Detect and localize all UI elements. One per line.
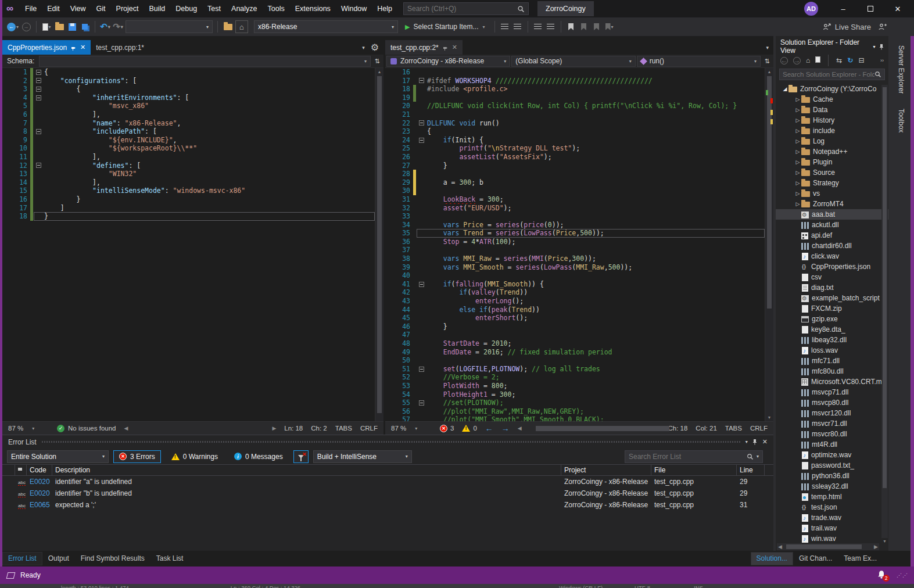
schema-combo[interactable]: ▾ [39,56,371,67]
code-line-42[interactable]: 42 if(valley(Trend)) [385,288,765,297]
platform-combo[interactable]: x86-Release▾ [254,20,398,33]
tree-item-vs[interactable]: ▷vs [776,188,888,199]
error-code-link[interactable]: E0065 [27,501,52,509]
health-indicator[interactable]: ✓No issues found [57,425,116,432]
bottom-tab-error-list[interactable]: Error List [2,552,42,565]
code-line-6[interactable]: 6 ], [2,110,375,119]
tree-horizontal-scrollbar[interactable]: ◀ ▶ [777,543,879,550]
bottom-tab-task-list[interactable]: Task List [150,552,189,565]
minimize-button[interactable]: – [830,0,856,17]
clear-bookmarks-button[interactable]: ▾ [604,20,615,33]
attach-alt-button[interactable] [512,20,523,33]
chevron-collapsed-icon[interactable]: ▷ [794,149,801,155]
tab-test-cpp-1[interactable]: test_cpp.cpp:1* [91,40,149,55]
menu-file[interactable]: File [20,0,42,17]
toolbar-overflow-icon[interactable]: ›› [880,58,884,63]
code-line-38[interactable]: 38 vars MMI_Raw = series(MMI(Price,300))… [385,254,765,263]
scroll-up-icon[interactable]: ▲ [375,68,383,76]
chevron-down-icon[interactable]: ▾ [873,44,876,49]
code-line-35[interactable]: 35 vars Trend = series(LowPass(Price,500… [385,229,765,238]
pin-icon[interactable] [752,439,758,445]
pin-icon[interactable] [443,45,448,51]
fold-collapse-icon[interactable] [36,129,41,134]
tree-item-libeay32-dll[interactable]: libeay32.dll [776,335,888,345]
messages-filter-button[interactable]: i0 Messages [228,450,289,463]
chevron-collapsed-icon[interactable]: ▷ [794,201,801,207]
scroll-up-icon[interactable]: ▲ [765,68,773,76]
undo-button[interactable]: ↶▾ [100,20,110,33]
code-line-12[interactable]: 12 "defines": [ [2,162,375,170]
code-line-31[interactable]: 31 LookBack = 300; [385,195,765,204]
member-combo[interactable]: run()▾ [637,56,761,67]
next-bookmark-button[interactable] [592,20,602,33]
code-line-26[interactable]: 26 assetList("AssetsFix"); [385,153,765,162]
code-line-55[interactable]: 55 //set(PLOTNOW); [385,399,765,407]
code-line-25[interactable]: 25 printf("\nStrategy DLL test"); [385,144,765,153]
tree-item-aaa-bat[interactable]: aaa.bat [776,209,888,220]
maximize-button[interactable] [858,0,883,17]
code-line-18[interactable]: 18} [2,212,375,221]
fold-collapse-icon[interactable] [419,120,424,126]
code-line-45[interactable]: 45 enterShort(); [385,314,765,322]
tree-item-optimize-wav[interactable]: optimize.wav [776,450,888,460]
tree-item-mfc71-dll[interactable]: mfc71.dll [776,356,888,366]
bottom-tab-find-symbol-results[interactable]: Find Symbol Results [75,552,150,565]
severity-column-header[interactable] [15,465,27,475]
code-line-32[interactable]: 32 asset("EUR/USD"); [385,204,765,213]
tree-item-key8e-dta-[interactable]: key8e.dta_ [776,324,888,335]
code-line-18[interactable]: 18#include <profile.c> [385,85,765,94]
horizontal-scrollbar[interactable] [530,426,621,431]
bottom-tab-output[interactable]: Output [42,552,75,565]
attach-button[interactable] [500,20,510,33]
navigate-back-button[interactable]: ←▾ [7,20,19,33]
code-line-17[interactable]: 17#ifdef WORKSHOP4 /////////////////////… [385,77,765,85]
tree-item-click-wav[interactable]: click.wav [776,251,888,261]
panel-tab-team-ex-[interactable]: Team Ex... [838,552,883,565]
tree-item-data[interactable]: ▷Data [776,105,888,115]
code-line-36[interactable]: 36 Stop = 4*ATR(100); [385,238,765,246]
tree-item-notepad-[interactable]: ▷Notepad++ [776,146,888,157]
tree-item-history[interactable]: ▷History [776,115,888,126]
code-line-47[interactable]: 47 [385,331,765,339]
tree-item-win-wav[interactable]: win.wav [776,533,888,543]
chevron-collapsed-icon[interactable]: ▷ [794,117,801,123]
menu-window[interactable]: Window [336,0,372,17]
side-tab-toolbox[interactable]: Toolbox [894,103,905,138]
close-tab-icon[interactable]: ✕ [80,44,85,51]
configuration-combo[interactable]: ▾ [126,20,213,33]
tree-item-chartdir60-dll[interactable]: chartdir60.dll [776,241,888,251]
description-column-header[interactable]: Description [52,465,561,475]
code-line-29[interactable]: 29 a = 300; b [385,178,765,187]
code-line-5[interactable]: 5 "msvc_x86" [2,102,375,110]
code-line-49[interactable]: 49 EndDate = 2016; // fixed simulation p… [385,348,765,357]
code-line-14[interactable]: 14 ], [2,178,375,187]
code-line-57[interactable]: 57 //plot("MMI_Smooth",MMI_Smooth,0,BLAC… [385,415,765,421]
code-line-20[interactable]: 20//DLLFUNC void click(int Row, int Col)… [385,102,765,110]
tree-item-example-batch-script[interactable]: example_batch_script [776,293,888,303]
live-share-button[interactable]: Live Share [823,20,871,33]
code-line-28[interactable]: 28 [385,170,765,178]
panel-tab-git-chan-[interactable]: Git Chan... [793,552,838,565]
fold-collapse-icon[interactable] [36,95,41,101]
code-line-17[interactable]: 17 ] [2,204,375,213]
code-line-39[interactable]: 39 vars MMI_Smooth = series(LowPass(MMI_… [385,263,765,272]
chevron-collapsed-icon[interactable]: ▷ [794,107,801,113]
scroll-left-icon[interactable]: ◀ [518,425,522,431]
notifications-bell-icon[interactable]: 2 [877,570,887,580]
tree-item-msvcr80-dll[interactable]: msvcr80.dll [776,429,888,439]
code-line-50[interactable]: 50 [385,356,765,365]
window-position-icon[interactable]: ▾ [745,439,748,444]
account-avatar[interactable]: AD [804,2,818,16]
code-line-13[interactable]: 13 "WIN32" [2,170,375,178]
menu-git[interactable]: Git [91,0,111,17]
code-line-19[interactable]: 19 [385,94,765,102]
warning-count[interactable]: 0 [462,425,476,432]
tree-item-trade-wav[interactable]: trade.wav [776,512,888,523]
code-line-4[interactable]: 4 "inheritEnvironments": [ [2,94,375,102]
tree-item-diag-txt[interactable]: diag.txt [776,282,888,293]
redo-button[interactable]: ↷▾ [113,20,123,33]
chevron-collapsed-icon[interactable]: ▷ [794,96,801,102]
tree-item-cache[interactable]: ▷Cache [776,94,888,105]
previous-issue-icon[interactable]: ← [485,424,493,433]
error-row-3[interactable]: abcE0065expected a ';'ZorroCoingy - x86-… [2,499,773,511]
